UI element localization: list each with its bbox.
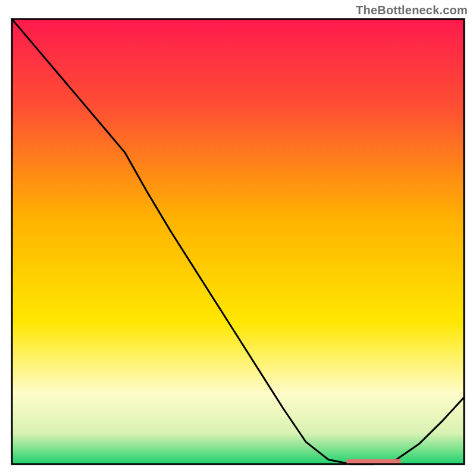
plot-frame [12, 19, 464, 464]
chart-background [12, 19, 464, 464]
chart-container: TheBottleneck.com [0, 0, 476, 476]
watermark-label: TheBottleneck.com [356, 4, 468, 17]
chart-svg [12, 19, 464, 464]
